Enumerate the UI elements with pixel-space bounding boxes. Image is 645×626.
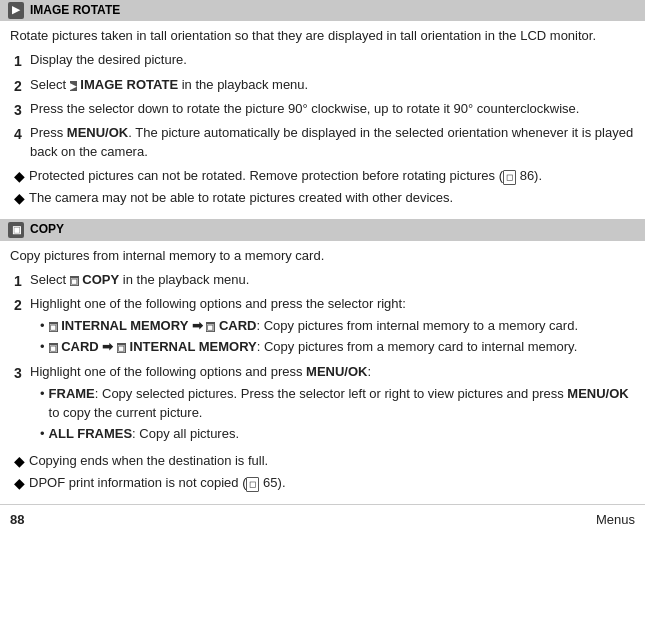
note-1-text: Protected pictures can not be rotated. R… bbox=[29, 167, 542, 186]
step-num-1: 1 bbox=[14, 51, 30, 71]
step-3-content: Press the selector down to rotate the pi… bbox=[30, 100, 635, 120]
step-3-text: Press the selector down to rotate the pi… bbox=[30, 101, 579, 116]
copy-step-2-text: Highlight one of the following options a… bbox=[30, 296, 406, 311]
copy-step-3-content: Highlight one of the following options a… bbox=[30, 363, 635, 446]
copy-step-2-content: Highlight one of the following options a… bbox=[30, 295, 635, 360]
copy-note-2-text: DPOF print information is not copied (◻ … bbox=[29, 474, 286, 493]
image-rotate-step-4: 4 Press MENU/OK. The picture automatical… bbox=[10, 124, 635, 162]
bullet-2-content: ▣ CARD ➡ ▣ INTERNAL MEMORY: Copy picture… bbox=[49, 338, 578, 357]
step-4-bold: MENU/OK bbox=[67, 125, 128, 140]
bullet-dot-2: • bbox=[40, 338, 45, 357]
step-2-content: Select ▶ IMAGE ROTATE in the playback me… bbox=[30, 76, 635, 96]
copy-note-2: ◆ DPOF print information is not copied (… bbox=[14, 474, 635, 493]
copy-note-1-text: Copying ends when the destination is ful… bbox=[29, 452, 268, 471]
copy-step-3-bullets: • FRAME: Copy selected pictures. Press t… bbox=[30, 385, 635, 444]
image-rotate-intro: Rotate pictures taken in tall orientatio… bbox=[10, 27, 635, 46]
copy-step-1-icon: ▣ bbox=[70, 276, 79, 286]
bullet-card-to-internal: • ▣ CARD ➡ ▣ INTERNAL MEMORY: Copy pictu… bbox=[40, 338, 635, 357]
footer-label: Menus bbox=[596, 511, 635, 530]
image-rotate-note-1: ◆ Protected pictures can not be rotated.… bbox=[14, 167, 635, 186]
image-rotate-step-3: 3 Press the selector down to rotate the … bbox=[10, 100, 635, 120]
internal-memory-label: INTERNAL MEMORY ➡ bbox=[61, 318, 203, 333]
copy-step-num-2: 2 bbox=[14, 295, 30, 360]
all-frames-label: ALL FRAMES bbox=[49, 426, 133, 441]
copy-step-2-bullets: • ▣ INTERNAL MEMORY ➡ ▣ CARD: Copy pictu… bbox=[30, 317, 635, 357]
bullet-1-content: ▣ INTERNAL MEMORY ➡ ▣ CARD: Copy picture… bbox=[49, 317, 578, 336]
bullet-dot-3: • bbox=[40, 385, 45, 423]
image-rotate-icon: ▶ bbox=[8, 2, 24, 19]
step-num-4: 4 bbox=[14, 124, 30, 162]
bullet-frame: • FRAME: Copy selected pictures. Press t… bbox=[40, 385, 635, 423]
copy-step-1-bold: COPY bbox=[79, 272, 119, 287]
book-ref-2: ◻ bbox=[246, 477, 259, 492]
sd-icon-2: ▣ bbox=[49, 343, 58, 353]
sd-icon-1: ▣ bbox=[206, 322, 215, 332]
step-4-text-before: Press bbox=[30, 125, 67, 140]
step-2-bold: IMAGE ROTATE bbox=[77, 77, 178, 92]
step-num-3: 3 bbox=[14, 100, 30, 120]
card-label: CARD bbox=[219, 318, 257, 333]
diamond-icon-4: ◆ bbox=[14, 473, 25, 493]
image-rotate-title: IMAGE ROTATE bbox=[30, 2, 120, 19]
step-2-text-after: in the playback menu. bbox=[178, 77, 308, 92]
copy-title: COPY bbox=[30, 221, 64, 238]
page-number: 88 bbox=[10, 511, 24, 530]
step-4-content: Press MENU/OK. The picture automatically… bbox=[30, 124, 635, 162]
book-ref-1: ◻ bbox=[503, 170, 516, 185]
image-rotate-step-1: 1 Display the desired picture. bbox=[10, 51, 635, 71]
copy-header: ▣ COPY bbox=[0, 219, 645, 240]
menu-ok-inline: MENU/OK bbox=[567, 386, 628, 401]
copy-step-1: 1 Select ▣ COPY in the playback menu. bbox=[10, 271, 635, 291]
copy-step-num-3: 3 bbox=[14, 363, 30, 446]
copy-step-3: 3 Highlight one of the following options… bbox=[10, 363, 635, 446]
note-2-text: The camera may not be able to rotate pic… bbox=[29, 189, 453, 208]
step-2-inline-icon: ▶ bbox=[70, 81, 77, 91]
step-1-content: Display the desired picture. bbox=[30, 51, 635, 71]
bullet-all-frames: • ALL FRAMES: Copy all pictures. bbox=[40, 425, 635, 444]
copy-step-1-after: in the playback menu. bbox=[119, 272, 249, 287]
internal-memory-label-2: INTERNAL MEMORY bbox=[130, 339, 257, 354]
step-1-text: Display the desired picture. bbox=[30, 52, 187, 67]
int-icon-1: ▣ bbox=[49, 322, 58, 332]
frame-label: FRAME bbox=[49, 386, 95, 401]
image-rotate-header: ▶ IMAGE ROTATE bbox=[0, 0, 645, 21]
copy-step-1-content: Select ▣ COPY in the playback menu. bbox=[30, 271, 635, 291]
copy-note-1: ◆ Copying ends when the destination is f… bbox=[14, 452, 635, 471]
image-rotate-notes: ◆ Protected pictures can not be rotated.… bbox=[10, 167, 635, 209]
int-icon-2: ▣ bbox=[117, 343, 126, 353]
diamond-icon-1: ◆ bbox=[14, 166, 25, 186]
copy-icon: ▣ bbox=[8, 222, 24, 239]
image-rotate-note-2: ◆ The camera may not be able to rotate p… bbox=[14, 189, 635, 208]
copy-body: Copy pictures from internal memory to a … bbox=[0, 241, 645, 505]
bullet-all-frames-content: ALL FRAMES: Copy all pictures. bbox=[49, 425, 239, 444]
copy-step-3-text: Highlight one of the following options a… bbox=[30, 364, 371, 379]
image-rotate-step-2: 2 Select ▶ IMAGE ROTATE in the playback … bbox=[10, 76, 635, 96]
bullet-dot-1: • bbox=[40, 317, 45, 336]
bullet-internal-to-card: • ▣ INTERNAL MEMORY ➡ ▣ CARD: Copy pictu… bbox=[40, 317, 635, 336]
bullet-frame-content: FRAME: Copy selected pictures. Press the… bbox=[49, 385, 635, 423]
copy-step-2: 2 Highlight one of the following options… bbox=[10, 295, 635, 360]
step-2-text-before: Select bbox=[30, 77, 70, 92]
card-label-2: CARD ➡ bbox=[61, 339, 113, 354]
menu-ok-label-3: MENU/OK bbox=[306, 364, 367, 379]
footer: 88 Menus bbox=[0, 504, 645, 536]
copy-intro: Copy pictures from internal memory to a … bbox=[10, 247, 635, 266]
bullet-dot-4: • bbox=[40, 425, 45, 444]
copy-step-1-before: Select bbox=[30, 272, 70, 287]
image-rotate-body: Rotate pictures taken in tall orientatio… bbox=[0, 21, 645, 219]
diamond-icon-2: ◆ bbox=[14, 188, 25, 208]
step-num-2: 2 bbox=[14, 76, 30, 96]
copy-notes: ◆ Copying ends when the destination is f… bbox=[10, 452, 635, 494]
copy-step-num-1: 1 bbox=[14, 271, 30, 291]
diamond-icon-3: ◆ bbox=[14, 451, 25, 471]
